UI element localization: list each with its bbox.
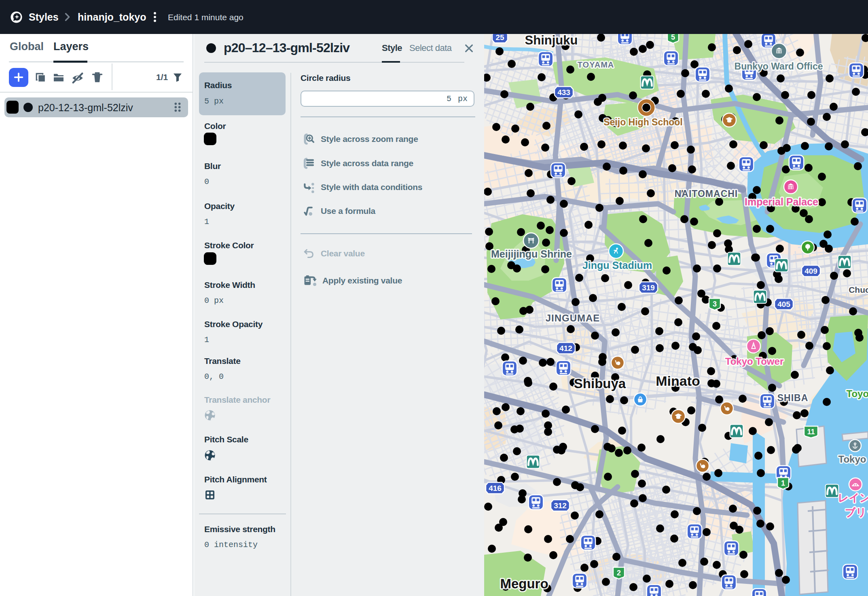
svg-text:Tokyo: Tokyo [838,454,866,465]
svg-text:11: 11 [807,428,815,436]
svg-text:412: 412 [559,344,572,353]
svg-text:312: 312 [554,501,567,510]
svg-text:Meijijingu Shrine: Meijijingu Shrine [491,248,572,260]
svg-text:1: 1 [781,479,785,487]
svg-text:2: 2 [617,569,621,577]
svg-text:Toyom: Toyom [847,388,868,399]
svg-text:416: 416 [489,484,502,492]
svg-text:Shibuya: Shibuya [574,376,626,391]
svg-text:433: 433 [557,88,570,97]
svg-text:ブリッ: ブリッ [845,506,868,518]
svg-text:409: 409 [804,267,817,275]
svg-text:Seijo High School: Seijo High School [603,117,683,127]
svg-text:5: 5 [671,34,675,41]
svg-text:Jingu Stadium: Jingu Stadium [582,260,652,271]
svg-text:405: 405 [777,300,790,309]
svg-text:Meguro: Meguro [500,576,548,591]
svg-text:レインボ: レインボ [838,492,868,504]
svg-text:Bunkyo Ward Office: Bunkyo Ward Office [735,61,823,72]
svg-text:Chuo: Chuo [849,285,868,294]
svg-text:3: 3 [713,300,717,308]
svg-text:25: 25 [495,34,504,42]
svg-text:JINGUMAE: JINGUMAE [546,313,600,323]
svg-text:SHIBA: SHIBA [777,393,809,403]
svg-text:Minato: Minato [656,373,700,389]
svg-text:319: 319 [642,283,655,292]
svg-text:Imperial Palace: Imperial Palace [745,196,818,207]
svg-text:Shinjuku: Shinjuku [525,34,578,47]
svg-text:NAITOMACHI: NAITOMACHI [675,188,738,199]
svg-text:Tokyo Tower: Tokyo Tower [725,356,783,367]
svg-text:TOYAMA: TOYAMA [578,60,614,69]
